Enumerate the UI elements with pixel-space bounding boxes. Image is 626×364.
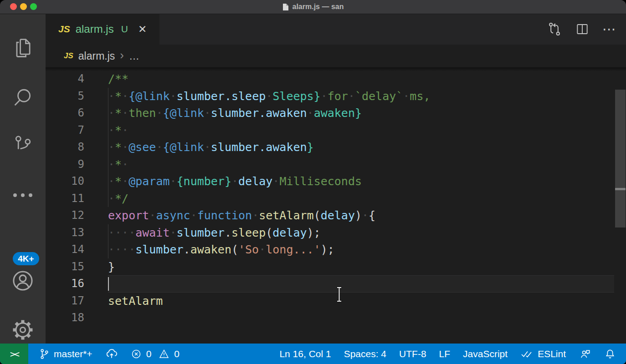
code-line-text[interactable]: setAlarm (108, 293, 163, 310)
notifications-item[interactable] (598, 344, 622, 364)
line-number[interactable]: 12 (46, 207, 84, 224)
line-number[interactable]: 15 (46, 258, 84, 276)
line-number[interactable]: 14 (46, 241, 84, 258)
mouse-ibeam-cursor (336, 287, 343, 302)
titlebar: alarm.js — san (0, 0, 626, 14)
code-line[interactable]: 10·*·@param·{number}·delay·Milliseconds (46, 173, 626, 190)
code-line[interactable]: 11·*/ (46, 190, 626, 207)
compare-changes-icon[interactable] (547, 21, 562, 37)
eslint-item[interactable]: ESLint (514, 344, 572, 364)
eslint-label: ESLint (538, 349, 566, 359)
branch-status-item[interactable]: master*+ (32, 344, 99, 364)
sidebar-item-more-views[interactable] (0, 184, 46, 206)
sync-changes-item[interactable] (99, 344, 124, 364)
line-number[interactable]: 13 (46, 224, 84, 242)
more-views-icon (13, 184, 32, 206)
line-number[interactable]: 17 (46, 293, 84, 310)
indentation-item[interactable]: Spaces: 4 (338, 344, 393, 364)
problems-item[interactable]: 0 0 (124, 344, 186, 364)
breadcrumb: JS alarm.js › … (46, 45, 626, 67)
files-icon (11, 35, 35, 60)
code-line[interactable]: 8·*·@see·{@link·slumber.awaken} (46, 139, 626, 156)
encoding-item[interactable]: UTF-8 (393, 344, 433, 364)
editor-actions: ⋯ (547, 14, 616, 45)
activity-bar: 4K+ 1 (0, 14, 46, 344)
warning-icon (159, 349, 169, 359)
account-icon (10, 268, 36, 294)
tab-bar: JS alarm.js U ✕ (46, 14, 626, 45)
line-number[interactable]: 9 (46, 156, 84, 173)
line-number[interactable]: 6 (46, 105, 84, 122)
code-line[interactable]: 14····slumber.awaken('So·long...'); (46, 241, 626, 258)
line-number[interactable]: 4 (46, 71, 84, 88)
code-line[interactable]: 18 (46, 309, 626, 327)
error-icon (131, 349, 142, 359)
document-icon (282, 3, 289, 11)
settings-button[interactable] (0, 317, 46, 343)
window-title: alarm.js — san (292, 3, 344, 11)
line-number[interactable]: 7 (46, 122, 84, 139)
sidebar-item-source-control[interactable]: 4K+ (0, 133, 46, 157)
line-number[interactable]: 5 (46, 88, 84, 105)
remote-indicator[interactable]: >< (0, 344, 28, 364)
eol-item[interactable]: LF (433, 344, 457, 364)
code-line[interactable]: 4/** (46, 71, 626, 88)
language-mode: JavaScript (463, 349, 508, 359)
feedback-person-icon (579, 348, 591, 360)
publish-cloud-icon (105, 348, 118, 360)
line-number[interactable]: 11 (46, 190, 84, 207)
code-line-text[interactable]: export·async·function·setAlarm(delay)·{ (108, 207, 375, 224)
cursor-position-item[interactable]: Ln 16, Col 1 (273, 344, 337, 364)
search-icon (11, 86, 35, 110)
code-line-text[interactable]: ·*/ (108, 190, 128, 207)
accounts-button[interactable]: 1 (0, 268, 46, 294)
settings-gear-icon (10, 317, 36, 343)
line-number[interactable]: 18 (46, 309, 84, 327)
git-status-badge: U (121, 24, 128, 35)
status-bar: >< master*+ 0 0 (0, 344, 626, 364)
close-tab-icon[interactable]: ✕ (138, 23, 147, 35)
code-line-text[interactable]: ·*· (108, 122, 128, 139)
chevron-right-icon: › (120, 48, 124, 62)
sidebar-item-explorer[interactable] (0, 35, 46, 60)
code-line[interactable]: 13····await·slumber.sleep(delay); (46, 224, 626, 242)
sidebar-item-search[interactable] (0, 86, 46, 110)
scrollbar[interactable] (614, 67, 626, 344)
js-file-icon-small: JS (64, 51, 73, 61)
code-line-text[interactable]: ····slumber.awaken('So·long...'); (108, 241, 334, 258)
git-branch-icon (38, 348, 50, 360)
code-line-text[interactable]: ·*·@see·{@link·slumber.awaken} (108, 139, 314, 156)
code-line-text[interactable]: ·*· (108, 156, 128, 173)
line-number[interactable]: 16 (46, 275, 84, 293)
tab-alarm-js[interactable]: JS alarm.js U ✕ (46, 14, 159, 45)
code-line-text[interactable]: ·*·then·{@link·slumber.awaken·awaken} (108, 105, 362, 122)
breadcrumb-symbol[interactable]: … (129, 50, 140, 62)
code-line-text[interactable]: ·*·{@link·slumber.sleep·Sleeps}·for·`del… (108, 88, 431, 105)
text-cursor (108, 277, 109, 291)
code-line[interactable]: 6·*·then·{@link·slumber.awaken·awaken} (46, 105, 626, 122)
code-line[interactable]: 15} (46, 258, 626, 276)
remote-icon: >< (10, 349, 18, 359)
breadcrumb-file[interactable]: alarm.js (78, 50, 115, 62)
line-number[interactable]: 8 (46, 139, 84, 156)
feedback-item[interactable] (572, 344, 598, 364)
more-actions-icon[interactable]: ⋯ (602, 14, 616, 45)
code-line[interactable]: 12export·async·function·setAlarm(delay)·… (46, 207, 626, 224)
window-title-area: alarm.js — san (0, 0, 626, 14)
error-count: 0 (146, 349, 152, 359)
code-line-text[interactable]: ····await·slumber.sleep(delay); (108, 224, 321, 242)
line-number[interactable]: 10 (46, 173, 84, 190)
encoding: UTF-8 (399, 349, 426, 359)
tab-title: alarm.js (76, 23, 114, 35)
code-line[interactable]: 7·*· (46, 122, 626, 139)
source-control-icon (11, 133, 35, 157)
cursor-position: Ln 16, Col 1 (279, 349, 331, 359)
code-line-text[interactable]: } (108, 258, 115, 276)
code-line-text[interactable]: /** (108, 71, 128, 88)
code-line-text[interactable]: ·*·@param·{number}·delay·Milliseconds (108, 173, 362, 190)
code-line[interactable]: 5·*·{@link·slumber.sleep·Sleeps}·for·`de… (46, 88, 626, 105)
code-line[interactable]: 9·*· (46, 156, 626, 173)
split-editor-icon[interactable] (575, 22, 590, 36)
scrollbar-thumb[interactable] (615, 90, 626, 228)
language-mode-item[interactable]: JavaScript (457, 344, 514, 364)
